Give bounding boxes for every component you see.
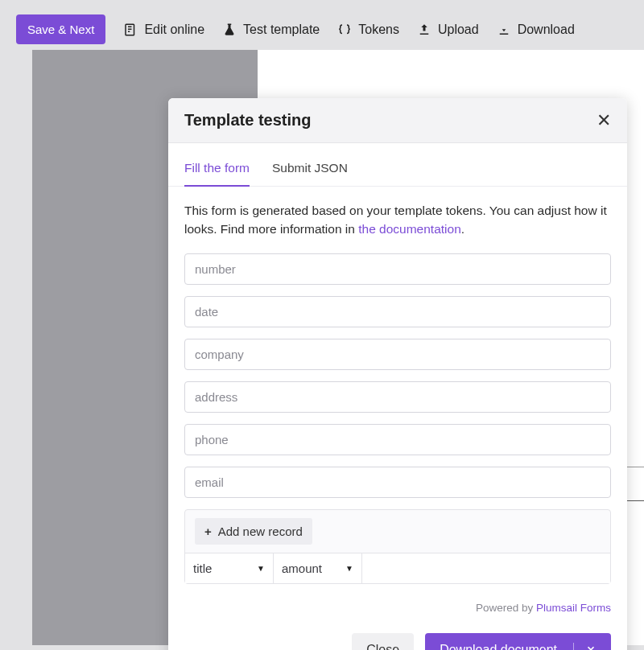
chevron-down-icon[interactable] — [573, 643, 597, 651]
download-icon — [497, 23, 511, 37]
powered-by: Powered by Plumsail Forms — [168, 584, 627, 620]
edit-online-button[interactable]: Edit online — [123, 23, 204, 37]
filter-icon[interactable]: ▼ — [257, 564, 265, 573]
column-title-label: title — [193, 562, 212, 575]
save-next-button[interactable]: Save & Next — [16, 14, 105, 44]
download-document-button[interactable]: Download document — [425, 633, 611, 651]
canvas: CUST com addr phor emai AMOU {{pro ucts}… — [16, 50, 644, 650]
modal-footer: Close Download document — [168, 620, 627, 651]
edit-online-icon — [123, 23, 138, 37]
column-amount[interactable]: amount ▼ — [274, 553, 362, 583]
add-record-label: Add new record — [218, 525, 303, 538]
number-field[interactable] — [184, 253, 611, 285]
helper-after: . — [461, 222, 464, 236]
add-record-button[interactable]: + Add new record — [195, 518, 312, 545]
tab-submit-json[interactable]: Submit JSON — [272, 153, 348, 186]
modal-title: Template testing — [184, 111, 311, 130]
records-grid: + Add new record title ▼ amount ▼ — [184, 509, 611, 584]
column-spacer — [362, 553, 610, 583]
download-label: Download — [518, 23, 575, 37]
upload-label: Upload — [438, 23, 479, 37]
flask-icon — [222, 23, 237, 37]
column-amount-label: amount — [282, 562, 322, 575]
download-button[interactable]: Download — [497, 23, 575, 37]
address-field[interactable] — [184, 381, 611, 413]
close-button[interactable]: Close — [352, 633, 414, 651]
test-template-label: Test template — [243, 23, 320, 37]
tab-fill-form[interactable]: Fill the form — [184, 153, 250, 187]
close-icon[interactable]: ✕ — [597, 112, 611, 130]
modal-header: Template testing ✕ — [168, 98, 627, 143]
phone-field[interactable] — [184, 424, 611, 455]
date-field[interactable] — [184, 296, 611, 327]
test-template-button[interactable]: Test template — [222, 23, 320, 37]
modal-body: This form is generated based on your tem… — [168, 187, 627, 584]
plus-icon: + — [204, 525, 212, 538]
upload-icon — [417, 23, 431, 37]
filter-icon[interactable]: ▼ — [345, 564, 353, 573]
powered-prefix: Powered by — [476, 602, 536, 614]
template-testing-modal: Template testing ✕ Fill the form Submit … — [168, 98, 627, 650]
download-document-label: Download document — [440, 643, 557, 651]
tokens-label: Tokens — [358, 23, 399, 37]
braces-icon — [337, 23, 352, 37]
documentation-link[interactable]: the documentation — [358, 222, 461, 236]
edit-online-label: Edit online — [144, 23, 204, 37]
column-title[interactable]: title ▼ — [185, 553, 274, 583]
helper-text: This form is generated based on your tem… — [184, 201, 611, 239]
plumsail-forms-link[interactable]: Plumsail Forms — [536, 602, 611, 614]
tokens-button[interactable]: Tokens — [337, 23, 399, 37]
email-field[interactable] — [184, 467, 611, 498]
grid-header-row: title ▼ amount ▼ — [185, 553, 610, 583]
upload-button[interactable]: Upload — [417, 23, 479, 37]
top-toolbar: Save & Next Edit online Test template To… — [0, 0, 644, 56]
company-field[interactable] — [184, 339, 611, 370]
modal-tabs: Fill the form Submit JSON — [168, 153, 627, 187]
